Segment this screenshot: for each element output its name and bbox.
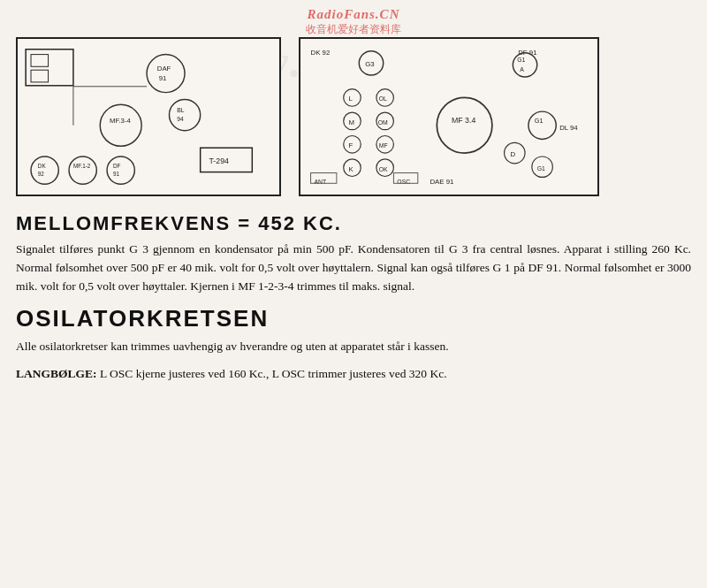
svg-text:L: L — [349, 95, 354, 103]
svg-text:DAF: DAF — [157, 65, 171, 73]
svg-text:G3: G3 — [365, 60, 374, 68]
svg-text:OM: OM — [378, 119, 388, 126]
osilatorkretsen-title: OSILATORKRETSEN — [16, 305, 269, 332]
diagram-left: DAF 91 MF.3-4 BL 94 T-294 DK 92 — [16, 37, 281, 196]
svg-text:BL: BL — [177, 107, 185, 113]
watermark-header: RadioFans.CN 收音机爱好者资料库 — [306, 7, 401, 37]
svg-text:DL 94: DL 94 — [559, 124, 578, 132]
svg-text:92: 92 — [38, 171, 45, 177]
mellomfrekvens-title: MELLOMFREKVENS — [16, 212, 231, 234]
svg-text:F: F — [349, 141, 354, 149]
svg-text:94: 94 — [177, 116, 184, 122]
svg-text:MF 3.4: MF 3.4 — [452, 116, 475, 125]
osilatorkretsen-heading: OSILATORKRETSEN — [16, 305, 691, 332]
svg-text:MF.3-4: MF.3-4 — [110, 117, 132, 125]
svg-text:D: D — [510, 150, 515, 158]
diagrams-row: DAF 91 MF.3-4 BL 94 T-294 DK 92 — [16, 37, 691, 196]
svg-text:DK: DK — [38, 163, 47, 169]
svg-point-48 — [528, 111, 556, 139]
svg-point-16 — [69, 157, 96, 184]
main-content: DAF 91 MF.3-4 BL 94 T-294 DK 92 — [16, 28, 691, 579]
langbogle-text: L OSC kjerne justeres ved 160 Kc., L OSC… — [97, 367, 447, 380]
svg-text:DF 91: DF 91 — [518, 49, 536, 57]
svg-text:G1: G1 — [517, 57, 525, 63]
svg-point-6 — [100, 104, 141, 146]
svg-point-46 — [437, 97, 492, 153]
langbogle-label: LANGBØLGE: — [16, 367, 97, 380]
svg-text:T-294: T-294 — [209, 157, 229, 165]
watermark-subtitle: 收音机爱好者资料库 — [306, 22, 401, 37]
svg-text:91: 91 — [159, 74, 167, 82]
svg-text:G1: G1 — [537, 165, 545, 172]
mellomfrekvens-heading: MELLOMFREKVENS = 452 Kc. — [16, 212, 691, 235]
mellomfrekvens-body: Signalet tilføres punkt G 3 gjennom en k… — [16, 241, 691, 296]
svg-text:MF.1-2: MF.1-2 — [73, 163, 91, 169]
svg-text:DAE 91: DAE 91 — [430, 178, 453, 186]
svg-text:G1: G1 — [535, 117, 544, 125]
svg-text:K: K — [349, 165, 354, 173]
svg-text:OL: OL — [379, 95, 387, 102]
svg-text:OSC: OSC — [397, 179, 410, 185]
osilatorkretsen-body: Alle osilatorkretser kan trimmes uavheng… — [16, 338, 691, 356]
svg-text:DF: DF — [113, 163, 121, 169]
svg-text:DK 92: DK 92 — [311, 49, 331, 57]
svg-rect-2 — [31, 70, 49, 82]
svg-text:ANT: ANT — [314, 179, 326, 185]
svg-text:91: 91 — [113, 171, 120, 177]
svg-text:M: M — [349, 118, 355, 126]
langbogle-line: LANGBØLGE: L OSC kjerne justeres ved 160… — [16, 365, 691, 384]
mellomfrekvens-suffix: = 452 Kc. — [231, 212, 342, 234]
svg-text:MF: MF — [379, 142, 388, 149]
svg-text:A: A — [520, 66, 524, 73]
svg-text:OK: OK — [379, 166, 388, 172]
watermark-site: RadioFans.CN — [306, 7, 401, 22]
svg-point-18 — [107, 157, 134, 184]
svg-point-13 — [31, 157, 58, 184]
svg-rect-1 — [31, 55, 49, 67]
svg-point-8 — [169, 99, 200, 130]
diagram-right: DK 92 DF 91 G3 G1 A L OL M — [299, 37, 599, 196]
